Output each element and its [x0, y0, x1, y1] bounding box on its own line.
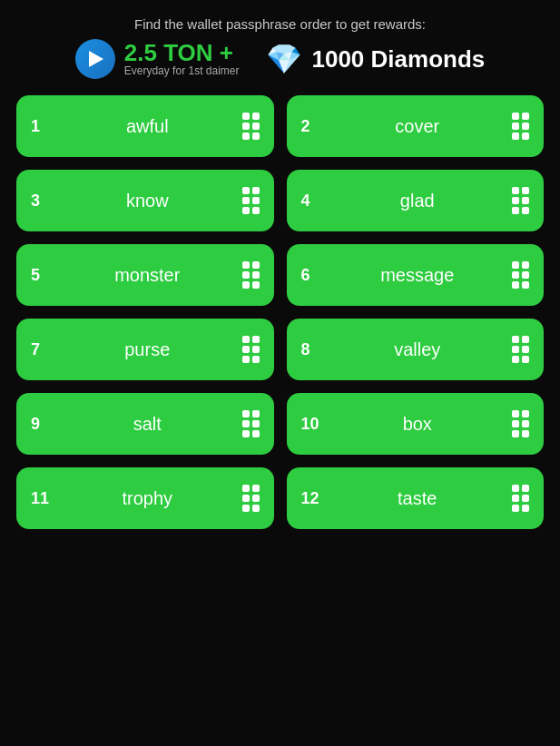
word-number: 8 [301, 340, 323, 359]
word-number: 10 [301, 415, 323, 434]
ton-text-group: 2.5 TON + Everyday for 1st daimer [124, 41, 240, 77]
word-card[interactable]: 9salt [16, 393, 274, 455]
ton-amount: 2.5 TON + [124, 41, 240, 64]
word-label: box [323, 414, 513, 435]
diamond-text: 1000 Diamonds [311, 45, 485, 74]
word-label: taste [323, 488, 513, 509]
drag-handle-icon [512, 485, 529, 512]
drag-handle-icon [512, 261, 529, 289]
word-card[interactable]: 3know [16, 170, 274, 231]
word-card[interactable]: 4glad [287, 170, 545, 231]
drag-handle-icon [242, 187, 260, 214]
drag-handle-icon [242, 113, 260, 140]
word-number: 4 [301, 191, 323, 211]
drag-handle-icon [242, 336, 260, 363]
word-number: 6 [301, 266, 323, 285]
word-label: awful [53, 116, 242, 137]
drag-handle-icon [512, 187, 529, 214]
word-label: cover [323, 116, 513, 137]
drag-handle-icon [242, 485, 260, 512]
word-card[interactable]: 12taste [287, 467, 545, 529]
word-card[interactable]: 2cover [287, 95, 545, 157]
word-card[interactable]: 8valley [287, 319, 545, 380]
drag-handle-icon [512, 113, 529, 140]
ton-section: 2.5 TON + Everyday for 1st daimer [75, 39, 240, 79]
word-label: know [53, 191, 242, 211]
word-card[interactable]: 11trophy [16, 467, 274, 529]
word-card[interactable]: 6message [287, 244, 545, 306]
word-label: glad [323, 191, 513, 211]
word-label: trophy [53, 488, 242, 509]
word-card[interactable]: 10box [287, 393, 545, 455]
drag-handle-icon [242, 261, 260, 289]
header-title: Find the wallet passphrase order to get … [134, 16, 426, 32]
word-number: 12 [301, 489, 323, 508]
word-number: 2 [301, 117, 323, 136]
word-label: purse [53, 339, 242, 360]
drag-handle-icon [242, 410, 260, 437]
rewards-bar: 2.5 TON + Everyday for 1st daimer 💎 1000… [0, 39, 560, 79]
word-number: 11 [31, 489, 53, 508]
word-number: 9 [31, 415, 53, 434]
diamond-section: 💎 1000 Diamonds [266, 42, 485, 76]
play-icon [75, 39, 115, 79]
word-label: salt [53, 414, 242, 435]
word-card[interactable]: 1awful [16, 95, 274, 157]
words-grid: 1awful2cover3know4glad5monster6message7p… [0, 95, 560, 529]
word-label: valley [323, 339, 513, 360]
diamond-icon: 💎 [266, 42, 302, 76]
word-number: 5 [31, 266, 53, 285]
word-label: message [323, 265, 513, 286]
word-number: 7 [31, 340, 53, 359]
word-label: monster [53, 265, 242, 286]
word-card[interactable]: 5monster [16, 244, 274, 306]
word-number: 3 [31, 191, 53, 211]
drag-handle-icon [512, 336, 529, 363]
ton-subtitle: Everyday for 1st daimer [124, 64, 240, 77]
word-number: 1 [31, 117, 53, 136]
word-card[interactable]: 7purse [16, 319, 274, 380]
drag-handle-icon [512, 410, 529, 437]
